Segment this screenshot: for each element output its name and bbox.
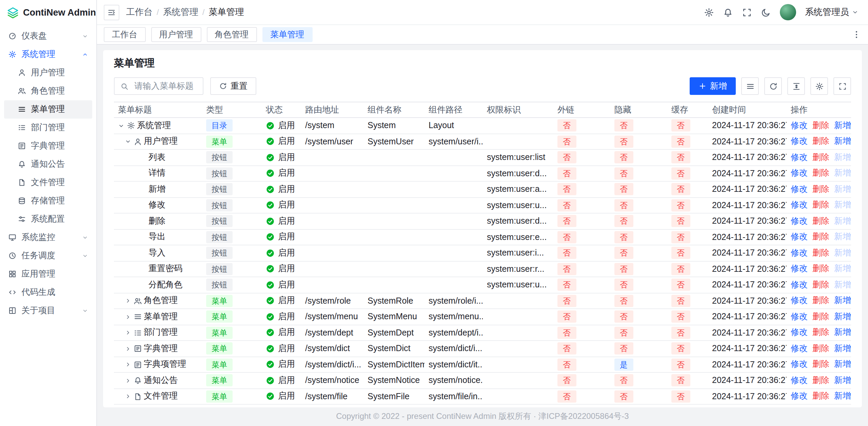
sidebar-subitem-user-management[interactable]: 用户管理 — [4, 64, 92, 82]
search-input[interactable] — [133, 81, 197, 92]
sidebar-subitem-notice[interactable]: 通知公告 — [4, 155, 92, 174]
sidebar-subitem-dept-management[interactable]: 部门管理 — [4, 119, 92, 137]
add-link[interactable]: 新增 — [834, 328, 851, 337]
fullscreen-button[interactable] — [742, 7, 752, 17]
theme-button[interactable] — [761, 7, 771, 17]
refresh-button[interactable] — [764, 77, 782, 95]
sidebar-item-about-project[interactable]: 关于项目 — [4, 302, 92, 320]
reset-button[interactable]: 重置 — [210, 77, 256, 95]
add-link[interactable]: 新增 — [834, 153, 851, 162]
row-expander-right-icon[interactable] — [125, 329, 131, 336]
add-link[interactable]: 新增 — [834, 312, 851, 321]
row-expander-right-icon[interactable] — [125, 298, 131, 304]
add-link[interactable]: 新增 — [834, 121, 851, 130]
delete-link[interactable]: 删除 — [812, 153, 829, 162]
add-link[interactable]: 新增 — [834, 200, 851, 210]
row-expander-right-icon[interactable] — [125, 345, 131, 352]
row-expander-right-icon[interactable] — [125, 361, 131, 368]
delete-link[interactable]: 删除 — [812, 296, 829, 305]
delete-link[interactable]: 删除 — [812, 248, 829, 258]
breadcrumb-item[interactable]: 菜单管理 — [209, 6, 244, 18]
modify-link[interactable]: 修改 — [791, 391, 808, 401]
sidebar-subitem-dict-management[interactable]: 字典管理 — [4, 137, 92, 155]
modify-link[interactable]: 修改 — [791, 168, 808, 178]
row-expander-right-icon[interactable] — [125, 377, 131, 384]
sidebar-subitem-role-management[interactable]: 角色管理 — [4, 82, 92, 100]
tabs-more-button[interactable] — [852, 30, 861, 39]
modify-link[interactable]: 修改 — [791, 121, 808, 130]
modify-link[interactable]: 修改 — [791, 296, 808, 305]
add-link[interactable]: 新增 — [834, 137, 851, 146]
add-link[interactable]: 新增 — [834, 232, 851, 242]
modify-link[interactable]: 修改 — [791, 232, 808, 242]
modify-link[interactable]: 修改 — [791, 200, 808, 210]
sidebar-subitem-system-config[interactable]: 系统配置 — [4, 210, 92, 228]
add-link[interactable]: 新增 — [834, 360, 851, 369]
sidebar-item-dashboard[interactable]: 仪表盘 — [4, 27, 92, 45]
avatar[interactable] — [780, 4, 796, 20]
modify-link[interactable]: 修改 — [791, 328, 808, 337]
delete-link[interactable]: 删除 — [812, 264, 829, 273]
sidebar-subitem-file-management[interactable]: 文件管理 — [4, 174, 92, 192]
sidebar-item-code-generation[interactable]: 代码生成 — [4, 283, 92, 302]
add-link[interactable]: 新增 — [834, 376, 851, 385]
breadcrumb-item[interactable]: 系统管理 — [163, 6, 198, 18]
modify-link[interactable]: 修改 — [791, 216, 808, 226]
breadcrumb-item[interactable]: 工作台 — [126, 6, 153, 18]
modify-link[interactable]: 修改 — [791, 137, 808, 146]
add-link[interactable]: 新增 — [834, 184, 851, 194]
sidebar-item-task-schedule[interactable]: 任务调度 — [4, 247, 92, 265]
add-link[interactable]: 新增 — [834, 264, 851, 273]
notifications-button[interactable] — [723, 7, 733, 17]
modify-link[interactable]: 修改 — [791, 248, 808, 258]
delete-link[interactable]: 删除 — [812, 391, 829, 401]
row-height-button[interactable] — [787, 77, 805, 95]
delete-link[interactable]: 删除 — [812, 184, 829, 194]
add-link[interactable]: 新增 — [834, 168, 851, 178]
add-link[interactable]: 新增 — [834, 296, 851, 305]
modify-link[interactable]: 修改 — [791, 312, 808, 321]
logo[interactable]: ContiNew Admin — [0, 0, 96, 25]
row-expander-right-icon[interactable] — [125, 393, 131, 400]
density-button[interactable] — [741, 77, 759, 95]
sidebar-subitem-menu-management[interactable]: 菜单管理 — [4, 100, 92, 119]
modify-link[interactable]: 修改 — [791, 376, 808, 385]
tab-user-management[interactable]: 用户管理 — [151, 27, 201, 42]
add-link[interactable]: 新增 — [834, 216, 851, 226]
modify-link[interactable]: 修改 — [791, 153, 808, 162]
delete-link[interactable]: 删除 — [812, 312, 829, 321]
modify-link[interactable]: 修改 — [791, 264, 808, 273]
sidebar-item-system-monitor[interactable]: 系统监控 — [4, 228, 92, 247]
delete-link[interactable]: 删除 — [812, 121, 829, 130]
delete-link[interactable]: 删除 — [812, 344, 829, 353]
user-menu[interactable]: 系统管理员 — [805, 6, 859, 18]
modify-link[interactable]: 修改 — [791, 360, 808, 369]
settings-button[interactable] — [704, 7, 714, 17]
delete-link[interactable]: 删除 — [812, 232, 829, 242]
add-link[interactable]: 新增 — [834, 280, 851, 289]
tab-menu-management[interactable]: 菜单管理 — [262, 27, 312, 42]
modify-link[interactable]: 修改 — [791, 184, 808, 194]
tab-workplace[interactable]: 工作台 — [104, 27, 145, 42]
delete-link[interactable]: 删除 — [812, 328, 829, 337]
modify-link[interactable]: 修改 — [791, 344, 808, 353]
sidebar-collapse-button[interactable] — [104, 4, 119, 20]
column-settings-button[interactable] — [810, 77, 828, 95]
row-expander-right-icon[interactable] — [125, 313, 131, 320]
delete-link[interactable]: 删除 — [812, 200, 829, 210]
table-fullscreen-button[interactable] — [833, 77, 851, 95]
search-box[interactable] — [114, 77, 203, 95]
row-expander-down-icon[interactable] — [118, 122, 124, 129]
add-button[interactable]: 新增 — [690, 77, 736, 95]
sidebar-item-app-management[interactable]: 应用管理 — [4, 265, 92, 283]
sidebar-subitem-storage-management[interactable]: 存储管理 — [4, 192, 92, 210]
delete-link[interactable]: 删除 — [812, 376, 829, 385]
add-link[interactable]: 新增 — [834, 248, 851, 258]
delete-link[interactable]: 删除 — [812, 280, 829, 289]
row-expander-down-icon[interactable] — [125, 138, 131, 145]
add-link[interactable]: 新增 — [834, 344, 851, 353]
delete-link[interactable]: 删除 — [812, 216, 829, 226]
delete-link[interactable]: 删除 — [812, 168, 829, 178]
sidebar-item-system-management[interactable]: 系统管理 — [4, 45, 92, 64]
delete-link[interactable]: 删除 — [812, 137, 829, 146]
